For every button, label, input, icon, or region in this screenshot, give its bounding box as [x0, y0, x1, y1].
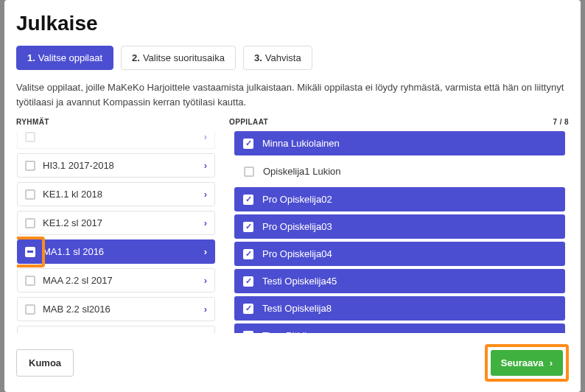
students-column: OPPILAAT 7 / 8 Minna Lukiolainen Opiskel… [229, 118, 569, 334]
student-label: Pro Opiskelija03 [262, 221, 332, 232]
student-row[interactable]: Pro Opiskelija04 [234, 242, 565, 266]
group-label: MAA 2.2 sl 2017 [43, 275, 113, 286]
columns: RYHMÄT FY9.1 sl2015 › HI3.1 2017-2018 › [16, 118, 569, 334]
chevron-right-icon: › [204, 304, 207, 315]
student-label: Pro Opiskelija04 [262, 248, 332, 259]
group-label: HI3.1 2017-2018 [43, 160, 114, 171]
chevron-right-icon: › [204, 131, 207, 142]
chevron-right-icon: › [204, 275, 207, 286]
group-label: MA1.1 sl 2016 [43, 246, 104, 257]
checkbox-checked-icon[interactable] [243, 304, 253, 314]
page-title: Julkaise [16, 12, 569, 35]
groups-scroll[interactable]: FY9.1 sl2015 › HI3.1 2017-2018 › KE1.1 k… [16, 130, 219, 334]
group-row[interactable]: MAB2.1 sl 2016 › [17, 326, 215, 333]
wizard-steps: 1.Valitse oppilaat 2.Valitse suoritusaik… [16, 46, 569, 70]
students-scroll[interactable]: Minna Lukiolainen Opiskelija1 Lukion Pro… [229, 130, 569, 334]
checkbox-icon[interactable] [25, 276, 35, 286]
publish-modal: Julkaise 1.Valitse oppilaat 2.Valitse su… [4, 0, 581, 392]
student-row[interactable]: Testi Opiskelija8 [234, 296, 565, 321]
description-text: Valitse oppilaat, joille MaKeKo Harjoitt… [16, 80, 569, 109]
student-label: Minna Lukiolainen [262, 138, 340, 149]
step-1[interactable]: 1.Valitse oppilaat [16, 46, 113, 70]
checkbox-icon[interactable] [244, 167, 254, 177]
step-3[interactable]: 3.Vahvista [243, 46, 312, 70]
group-row[interactable]: KE1.1 kl 2018 › [17, 182, 215, 206]
checkbox-icon[interactable] [25, 218, 35, 228]
chevron-right-icon: › [550, 357, 553, 368]
group-label: MAB2.1 sl 2016 [43, 332, 111, 333]
checkbox-icon[interactable] [25, 333, 35, 334]
checkbox-checked-icon[interactable] [243, 276, 253, 287]
modal-footer: Kumoa Seuraava › [16, 334, 569, 392]
students-header: OPPILAAT 7 / 8 [229, 118, 569, 126]
student-row[interactable]: Minna Lukiolainen [234, 131, 565, 155]
student-row[interactable]: Pro Opiskelija03 [234, 214, 565, 239]
checkbox-indeterminate-icon[interactable] [25, 247, 35, 257]
student-label: Pro Opiskelija02 [262, 194, 332, 205]
checkbox-icon[interactable] [25, 189, 35, 200]
highlight-annotation: Seuraava › [485, 344, 569, 382]
student-label: Timo Pitkänen [262, 330, 323, 333]
student-label: Testi Opiskelija45 [262, 276, 337, 287]
cancel-button[interactable]: Kumoa [16, 349, 74, 377]
step-2-num: 2. [132, 52, 140, 63]
students-count: 7 / 8 [553, 118, 569, 126]
chevron-right-icon: › [204, 189, 207, 200]
step-3-num: 3. [254, 52, 262, 63]
student-row[interactable]: Testi Opiskelija45 [234, 269, 565, 293]
chevron-right-icon: › [204, 332, 207, 333]
checkbox-checked-icon[interactable] [243, 331, 253, 334]
group-row[interactable]: KE1.2 sl 2017 › [17, 211, 215, 235]
students-list[interactable]: Minna Lukiolainen Opiskelija1 Lukion Pro… [230, 131, 568, 333]
checkbox-checked-icon[interactable] [243, 222, 253, 232]
student-label: Testi Opiskelija8 [262, 303, 332, 314]
student-label: Opiskelija1 Lukion [263, 166, 341, 177]
next-button[interactable]: Seuraava › [491, 350, 563, 376]
group-row[interactable]: HI3.1 2017-2018 › [17, 153, 215, 178]
checkbox-checked-icon[interactable] [243, 249, 253, 259]
group-label: KE1.2 sl 2017 [43, 217, 102, 228]
group-label: MAB 2.2 sl2016 [43, 304, 111, 315]
checkbox-checked-icon[interactable] [243, 139, 253, 149]
group-row[interactable]: MAB 2.2 sl2016 › [17, 297, 215, 321]
chevron-right-icon: › [204, 160, 207, 171]
student-row[interactable]: Timo Pitkänen [234, 323, 565, 333]
groups-list[interactable]: FY9.1 sl2015 › HI3.1 2017-2018 › KE1.1 k… [17, 131, 218, 333]
group-row[interactable]: FY9.1 sl2015 › [17, 131, 215, 149]
checkbox-icon[interactable] [25, 161, 35, 171]
step-1-num: 1. [27, 52, 35, 63]
checkbox-checked-icon[interactable] [243, 195, 253, 205]
groups-header: RYHMÄT [16, 118, 219, 126]
group-row-selected[interactable]: MA1.1 sl 2016 › [17, 239, 215, 264]
next-button-label: Seuraava [501, 357, 544, 368]
chevron-right-icon: › [204, 217, 207, 228]
group-row[interactable]: MAA 2.2 sl 2017 › [17, 268, 215, 293]
step-2[interactable]: 2.Valitse suoritusaika [121, 46, 236, 70]
student-row[interactable]: Pro Opiskelija02 [234, 187, 565, 211]
checkbox-icon[interactable] [25, 304, 35, 315]
step-3-label: Vahvista [265, 52, 301, 63]
chevron-right-icon: › [204, 246, 207, 257]
student-row[interactable]: Opiskelija1 Lukion [234, 158, 565, 184]
step-2-label: Valitse suoritusaika [143, 52, 225, 63]
groups-column: RYHMÄT FY9.1 sl2015 › HI3.1 2017-2018 › [16, 118, 219, 334]
checkbox-icon[interactable] [25, 132, 35, 142]
group-label: KE1.1 kl 2018 [43, 189, 102, 200]
step-1-label: Valitse oppilaat [38, 52, 102, 63]
